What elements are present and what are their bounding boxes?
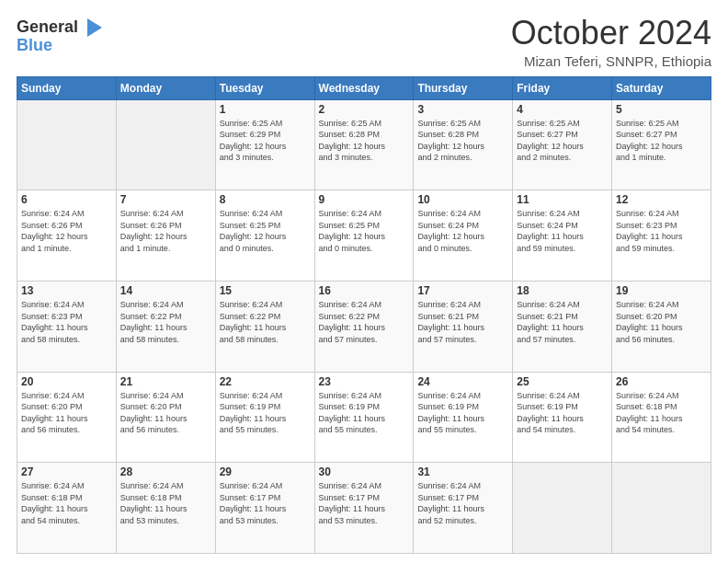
calendar-cell: 2Sunrise: 6:25 AM Sunset: 6:28 PM Daylig…: [314, 99, 414, 190]
calendar-cell: 17Sunrise: 6:24 AM Sunset: 6:21 PM Dayli…: [414, 281, 513, 372]
day-info: Sunrise: 6:24 AM Sunset: 6:19 PM Dayligh…: [220, 390, 311, 436]
day-info: Sunrise: 6:24 AM Sunset: 6:21 PM Dayligh…: [417, 299, 508, 345]
day-info: Sunrise: 6:24 AM Sunset: 6:19 PM Dayligh…: [319, 390, 410, 436]
month-title: October 2024: [511, 15, 711, 52]
calendar-cell: 28Sunrise: 6:24 AM Sunset: 6:18 PM Dayli…: [116, 463, 215, 554]
calendar-header-tuesday: Tuesday: [215, 76, 314, 99]
day-number: 25: [517, 375, 608, 388]
calendar-cell: 31Sunrise: 6:24 AM Sunset: 6:17 PM Dayli…: [414, 463, 513, 554]
calendar-header-friday: Friday: [513, 76, 612, 99]
day-number: 2: [319, 103, 410, 116]
page: General Blue October 2024 Mizan Teferi, …: [0, 0, 728, 563]
day-number: 8: [220, 193, 311, 206]
calendar-cell: [612, 463, 711, 554]
day-info: Sunrise: 6:25 AM Sunset: 6:27 PM Dayligh…: [616, 118, 707, 164]
calendar-header-wednesday: Wednesday: [314, 76, 414, 99]
calendar-cell: 10Sunrise: 6:24 AM Sunset: 6:24 PM Dayli…: [414, 190, 513, 282]
calendar-cell: 15Sunrise: 6:24 AM Sunset: 6:22 PM Dayli…: [215, 281, 314, 372]
calendar-cell: 25Sunrise: 6:24 AM Sunset: 6:19 PM Dayli…: [513, 372, 612, 463]
calendar: SundayMondayTuesdayWednesdayThursdayFrid…: [17, 76, 711, 554]
svg-marker-0: [87, 18, 102, 37]
calendar-cell: 29Sunrise: 6:24 AM Sunset: 6:17 PM Dayli…: [215, 463, 314, 554]
day-number: 4: [517, 103, 608, 116]
day-number: 31: [417, 465, 508, 478]
logo: General Blue: [17, 15, 106, 55]
calendar-header-thursday: Thursday: [414, 76, 513, 99]
day-info: Sunrise: 6:25 AM Sunset: 6:27 PM Dayligh…: [517, 118, 608, 164]
day-number: 17: [417, 284, 508, 297]
day-number: 19: [616, 284, 707, 297]
day-number: 16: [319, 284, 410, 297]
logo-blue-text: Blue: [17, 37, 52, 55]
day-info: Sunrise: 6:24 AM Sunset: 6:26 PM Dayligh…: [120, 208, 211, 254]
day-info: Sunrise: 6:24 AM Sunset: 6:23 PM Dayligh…: [21, 299, 112, 345]
calendar-cell: 1Sunrise: 6:25 AM Sunset: 6:29 PM Daylig…: [215, 99, 314, 190]
calendar-week-row: 1Sunrise: 6:25 AM Sunset: 6:29 PM Daylig…: [17, 99, 711, 190]
day-number: 20: [21, 375, 112, 388]
calendar-cell: 14Sunrise: 6:24 AM Sunset: 6:22 PM Dayli…: [116, 281, 215, 372]
day-number: 18: [517, 284, 608, 297]
day-info: Sunrise: 6:24 AM Sunset: 6:20 PM Dayligh…: [616, 299, 707, 345]
calendar-cell: 22Sunrise: 6:24 AM Sunset: 6:19 PM Dayli…: [215, 372, 314, 463]
day-number: 13: [21, 284, 112, 297]
calendar-cell: 8Sunrise: 6:24 AM Sunset: 6:25 PM Daylig…: [215, 190, 314, 282]
day-number: 10: [417, 193, 508, 206]
day-number: 3: [417, 103, 508, 116]
day-info: Sunrise: 6:24 AM Sunset: 6:21 PM Dayligh…: [517, 299, 608, 345]
calendar-cell: 13Sunrise: 6:24 AM Sunset: 6:23 PM Dayli…: [17, 281, 117, 372]
day-number: 30: [319, 465, 410, 478]
calendar-cell: 20Sunrise: 6:24 AM Sunset: 6:20 PM Dayli…: [17, 372, 117, 463]
calendar-cell: 19Sunrise: 6:24 AM Sunset: 6:20 PM Dayli…: [612, 281, 711, 372]
day-number: 1: [220, 103, 311, 116]
calendar-cell: 7Sunrise: 6:24 AM Sunset: 6:26 PM Daylig…: [116, 190, 215, 282]
calendar-week-row: 27Sunrise: 6:24 AM Sunset: 6:18 PM Dayli…: [17, 463, 711, 554]
calendar-cell: 30Sunrise: 6:24 AM Sunset: 6:17 PM Dayli…: [314, 463, 414, 554]
calendar-cell: [116, 99, 215, 190]
day-info: Sunrise: 6:24 AM Sunset: 6:20 PM Dayligh…: [21, 390, 112, 436]
day-info: Sunrise: 6:24 AM Sunset: 6:17 PM Dayligh…: [319, 480, 410, 526]
calendar-cell: 12Sunrise: 6:24 AM Sunset: 6:23 PM Dayli…: [612, 190, 711, 282]
calendar-header-saturday: Saturday: [612, 76, 711, 99]
day-number: 6: [21, 193, 112, 206]
day-info: Sunrise: 6:24 AM Sunset: 6:20 PM Dayligh…: [120, 390, 211, 436]
day-number: 22: [220, 375, 311, 388]
day-number: 7: [120, 193, 211, 206]
calendar-cell: 18Sunrise: 6:24 AM Sunset: 6:21 PM Dayli…: [513, 281, 612, 372]
calendar-cell: 6Sunrise: 6:24 AM Sunset: 6:26 PM Daylig…: [17, 190, 117, 282]
day-number: 14: [120, 284, 211, 297]
calendar-header-sunday: Sunday: [17, 76, 117, 99]
day-number: 9: [319, 193, 410, 206]
day-info: Sunrise: 6:24 AM Sunset: 6:25 PM Dayligh…: [220, 208, 311, 254]
day-info: Sunrise: 6:24 AM Sunset: 6:22 PM Dayligh…: [120, 299, 211, 345]
day-info: Sunrise: 6:25 AM Sunset: 6:29 PM Dayligh…: [220, 118, 311, 164]
day-info: Sunrise: 6:24 AM Sunset: 6:24 PM Dayligh…: [417, 208, 508, 254]
day-info: Sunrise: 6:24 AM Sunset: 6:26 PM Dayligh…: [21, 208, 112, 254]
calendar-cell: 24Sunrise: 6:24 AM Sunset: 6:19 PM Dayli…: [414, 372, 513, 463]
calendar-header-monday: Monday: [116, 76, 215, 99]
calendar-cell: 26Sunrise: 6:24 AM Sunset: 6:18 PM Dayli…: [612, 372, 711, 463]
day-info: Sunrise: 6:24 AM Sunset: 6:22 PM Dayligh…: [220, 299, 311, 345]
day-info: Sunrise: 6:25 AM Sunset: 6:28 PM Dayligh…: [417, 118, 508, 164]
calendar-cell: [513, 463, 612, 554]
calendar-cell: 9Sunrise: 6:24 AM Sunset: 6:25 PM Daylig…: [314, 190, 414, 282]
calendar-cell: 11Sunrise: 6:24 AM Sunset: 6:24 PM Dayli…: [513, 190, 612, 282]
location: Mizan Teferi, SNNPR, Ethiopia: [511, 53, 711, 69]
day-info: Sunrise: 6:24 AM Sunset: 6:24 PM Dayligh…: [517, 208, 608, 254]
day-number: 29: [220, 465, 311, 478]
day-number: 27: [21, 465, 112, 478]
calendar-cell: 23Sunrise: 6:24 AM Sunset: 6:19 PM Dayli…: [314, 372, 414, 463]
header: General Blue October 2024 Mizan Teferi, …: [17, 15, 711, 69]
day-info: Sunrise: 6:25 AM Sunset: 6:28 PM Dayligh…: [319, 118, 410, 164]
day-info: Sunrise: 6:24 AM Sunset: 6:17 PM Dayligh…: [417, 480, 508, 526]
calendar-header-row: SundayMondayTuesdayWednesdayThursdayFrid…: [17, 76, 711, 99]
calendar-cell: 3Sunrise: 6:25 AM Sunset: 6:28 PM Daylig…: [414, 99, 513, 190]
calendar-week-row: 13Sunrise: 6:24 AM Sunset: 6:23 PM Dayli…: [17, 281, 711, 372]
day-number: 26: [616, 375, 707, 388]
calendar-cell: 21Sunrise: 6:24 AM Sunset: 6:20 PM Dayli…: [116, 372, 215, 463]
day-info: Sunrise: 6:24 AM Sunset: 6:19 PM Dayligh…: [417, 390, 508, 436]
day-number: 21: [120, 375, 211, 388]
logo-text: General: [17, 18, 78, 37]
day-number: 15: [220, 284, 311, 297]
calendar-cell: 5Sunrise: 6:25 AM Sunset: 6:27 PM Daylig…: [612, 99, 711, 190]
calendar-cell: 27Sunrise: 6:24 AM Sunset: 6:18 PM Dayli…: [17, 463, 117, 554]
